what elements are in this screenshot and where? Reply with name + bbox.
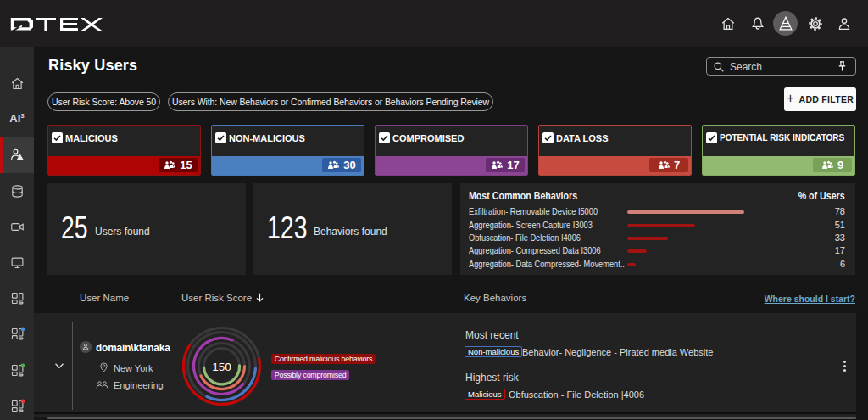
svg-text:150: 150	[212, 361, 231, 373]
